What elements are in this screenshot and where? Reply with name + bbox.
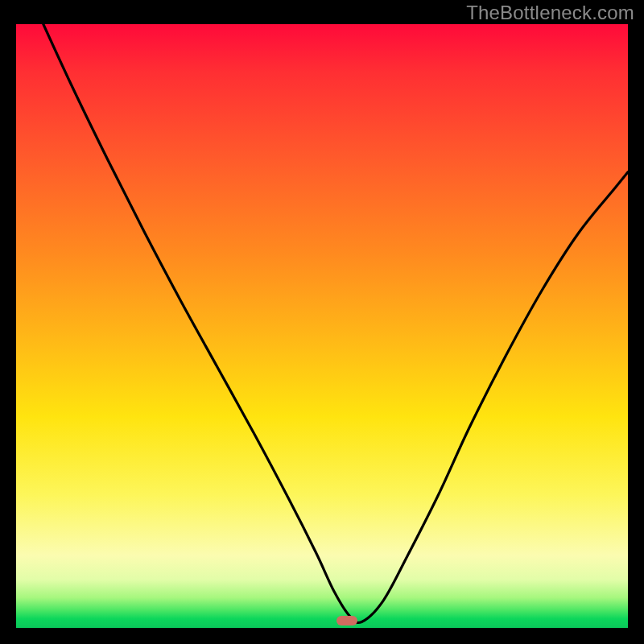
optimal-marker xyxy=(336,616,357,625)
watermark-label: TheBottleneck.com xyxy=(466,2,634,24)
bottleneck-curve xyxy=(16,24,628,628)
curve-path xyxy=(40,24,628,623)
plot-area xyxy=(16,24,628,628)
chart-frame: TheBottleneck.com xyxy=(0,0,644,644)
